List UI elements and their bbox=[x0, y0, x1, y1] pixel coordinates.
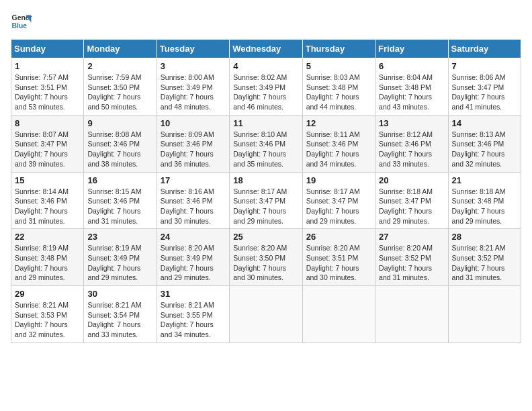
day-number: 23 bbox=[87, 232, 152, 242]
calendar-header: SundayMondayTuesdayWednesdayThursdayFrid… bbox=[11, 40, 521, 58]
sunset-text: Sunset: 3:48 PM bbox=[452, 197, 504, 205]
col-header-monday: Monday bbox=[84, 40, 157, 58]
sunset-text: Sunset: 3:48 PM bbox=[379, 83, 431, 91]
day-number: 13 bbox=[379, 118, 444, 128]
day-detail: Sunrise: 8:20 AMSunset: 3:51 PMDaylight:… bbox=[306, 243, 371, 283]
sunrise-text: Sunrise: 7:57 AM bbox=[15, 73, 69, 81]
day-number: 16 bbox=[87, 175, 152, 185]
day-cell: 30Sunrise: 8:21 AMSunset: 3:54 PMDayligh… bbox=[84, 286, 157, 343]
sunrise-text: Sunrise: 8:20 AM bbox=[306, 244, 360, 252]
day-cell: 1Sunrise: 7:57 AMSunset: 3:51 PMDaylight… bbox=[11, 58, 84, 116]
daylight-hours: Daylight: 7 hours bbox=[161, 93, 214, 101]
daylight-minutes: and 34 minutes. bbox=[161, 330, 211, 338]
sunrise-text: Sunrise: 8:21 AM bbox=[161, 301, 214, 309]
sunrise-text: Sunrise: 8:07 AM bbox=[15, 130, 69, 138]
daylight-minutes: and 31 minutes. bbox=[87, 217, 138, 225]
sunset-text: Sunset: 3:47 PM bbox=[379, 197, 431, 205]
col-header-thursday: Thursday bbox=[302, 40, 375, 58]
daylight-hours: Daylight: 7 hours bbox=[306, 93, 359, 101]
day-number: 22 bbox=[15, 232, 80, 242]
sunrise-text: Sunrise: 8:15 AM bbox=[87, 187, 141, 195]
sunset-text: Sunset: 3:50 PM bbox=[87, 83, 140, 91]
sunrise-text: Sunrise: 8:21 AM bbox=[87, 301, 141, 309]
sunrise-text: Sunrise: 8:20 AM bbox=[161, 244, 214, 252]
col-header-tuesday: Tuesday bbox=[157, 40, 229, 58]
day-detail: Sunrise: 8:13 AMSunset: 3:46 PMDaylight:… bbox=[452, 130, 517, 169]
daylight-hours: Daylight: 7 hours bbox=[87, 320, 140, 328]
week-row-3: 15Sunrise: 8:14 AMSunset: 3:46 PMDayligh… bbox=[11, 172, 521, 229]
day-number: 12 bbox=[306, 118, 371, 128]
daylight-minutes: and 29 minutes. bbox=[87, 273, 138, 281]
daylight-minutes: and 29 minutes. bbox=[161, 273, 211, 281]
week-row-2: 8Sunrise: 8:07 AMSunset: 3:47 PMDaylight… bbox=[11, 115, 521, 172]
sunset-text: Sunset: 3:51 PM bbox=[15, 83, 67, 91]
sunrise-text: Sunrise: 8:14 AM bbox=[15, 187, 69, 195]
day-number: 9 bbox=[87, 118, 152, 128]
daylight-hours: Daylight: 7 hours bbox=[161, 207, 214, 215]
week-row-1: 1Sunrise: 7:57 AMSunset: 3:51 PMDaylight… bbox=[11, 58, 521, 116]
daylight-hours: Daylight: 7 hours bbox=[15, 150, 68, 158]
sunrise-text: Sunrise: 7:59 AM bbox=[87, 73, 141, 81]
day-cell: 19Sunrise: 8:17 AMSunset: 3:47 PMDayligh… bbox=[302, 172, 375, 229]
sunrise-text: Sunrise: 8:11 AM bbox=[306, 130, 360, 138]
sunrise-text: Sunrise: 8:19 AM bbox=[87, 244, 141, 252]
day-cell: 28Sunrise: 8:21 AMSunset: 3:52 PMDayligh… bbox=[448, 229, 521, 286]
day-cell bbox=[448, 286, 521, 343]
daylight-minutes: and 33 minutes. bbox=[379, 160, 429, 168]
sunrise-text: Sunrise: 8:19 AM bbox=[15, 244, 69, 252]
sunset-text: Sunset: 3:46 PM bbox=[15, 197, 67, 205]
sunset-text: Sunset: 3:51 PM bbox=[306, 254, 359, 262]
sunrise-text: Sunrise: 8:08 AM bbox=[87, 130, 141, 138]
sunrise-text: Sunrise: 8:00 AM bbox=[161, 73, 214, 81]
day-cell: 7Sunrise: 8:06 AMSunset: 3:47 PMDaylight… bbox=[448, 58, 521, 116]
day-detail: Sunrise: 8:17 AMSunset: 3:47 PMDaylight:… bbox=[306, 187, 371, 226]
sunrise-text: Sunrise: 8:10 AM bbox=[233, 130, 287, 138]
sunset-text: Sunset: 3:53 PM bbox=[15, 311, 67, 319]
day-detail: Sunrise: 8:21 AMSunset: 3:53 PMDaylight:… bbox=[15, 300, 80, 340]
daylight-hours: Daylight: 7 hours bbox=[87, 93, 140, 101]
daylight-hours: Daylight: 7 hours bbox=[379, 150, 432, 158]
day-number: 30 bbox=[87, 289, 152, 299]
daylight-minutes: and 29 minutes. bbox=[233, 217, 283, 225]
daylight-minutes: and 29 minutes. bbox=[15, 273, 65, 281]
daylight-hours: Daylight: 7 hours bbox=[15, 264, 68, 272]
daylight-minutes: and 30 minutes. bbox=[161, 217, 211, 225]
daylight-minutes: and 32 minutes. bbox=[452, 160, 502, 168]
sunset-text: Sunset: 3:47 PM bbox=[452, 83, 504, 91]
sunset-text: Sunset: 3:49 PM bbox=[233, 83, 285, 91]
day-cell: 24Sunrise: 8:20 AMSunset: 3:49 PMDayligh… bbox=[157, 229, 229, 286]
day-detail: Sunrise: 8:17 AMSunset: 3:47 PMDaylight:… bbox=[233, 187, 298, 226]
sunrise-text: Sunrise: 8:18 AM bbox=[452, 187, 506, 195]
page-header: General Blue bbox=[11, 11, 521, 32]
day-detail: Sunrise: 8:16 AMSunset: 3:46 PMDaylight:… bbox=[161, 187, 226, 226]
day-detail: Sunrise: 8:20 AMSunset: 3:50 PMDaylight:… bbox=[233, 243, 298, 283]
sunset-text: Sunset: 3:46 PM bbox=[233, 140, 285, 148]
sunset-text: Sunset: 3:46 PM bbox=[87, 197, 140, 205]
day-number: 26 bbox=[306, 232, 371, 242]
day-number: 29 bbox=[15, 289, 80, 299]
daylight-hours: Daylight: 7 hours bbox=[233, 264, 286, 272]
day-detail: Sunrise: 8:00 AMSunset: 3:49 PMDaylight:… bbox=[161, 73, 226, 112]
daylight-hours: Daylight: 7 hours bbox=[233, 150, 286, 158]
daylight-minutes: and 32 minutes. bbox=[15, 330, 65, 338]
daylight-hours: Daylight: 7 hours bbox=[379, 93, 432, 101]
day-number: 1 bbox=[15, 61, 80, 71]
daylight-minutes: and 53 minutes. bbox=[15, 103, 65, 111]
sunset-text: Sunset: 3:50 PM bbox=[233, 254, 285, 262]
sunrise-text: Sunrise: 8:13 AM bbox=[452, 130, 506, 138]
daylight-hours: Daylight: 7 hours bbox=[233, 93, 286, 101]
daylight-minutes: and 34 minutes. bbox=[306, 160, 357, 168]
day-detail: Sunrise: 8:09 AMSunset: 3:46 PMDaylight:… bbox=[161, 130, 226, 169]
day-detail: Sunrise: 8:08 AMSunset: 3:46 PMDaylight:… bbox=[87, 130, 152, 169]
day-number: 2 bbox=[87, 61, 152, 71]
day-cell bbox=[230, 286, 302, 343]
day-number: 11 bbox=[233, 118, 298, 128]
day-detail: Sunrise: 8:03 AMSunset: 3:48 PMDaylight:… bbox=[306, 73, 371, 112]
day-cell: 25Sunrise: 8:20 AMSunset: 3:50 PMDayligh… bbox=[230, 229, 302, 286]
sunset-text: Sunset: 3:46 PM bbox=[161, 197, 213, 205]
day-detail: Sunrise: 8:10 AMSunset: 3:46 PMDaylight:… bbox=[233, 130, 298, 169]
sunset-text: Sunset: 3:46 PM bbox=[306, 140, 359, 148]
daylight-minutes: and 29 minutes. bbox=[452, 217, 502, 225]
daylight-minutes: and 29 minutes. bbox=[379, 217, 429, 225]
sunset-text: Sunset: 3:52 PM bbox=[452, 254, 504, 262]
